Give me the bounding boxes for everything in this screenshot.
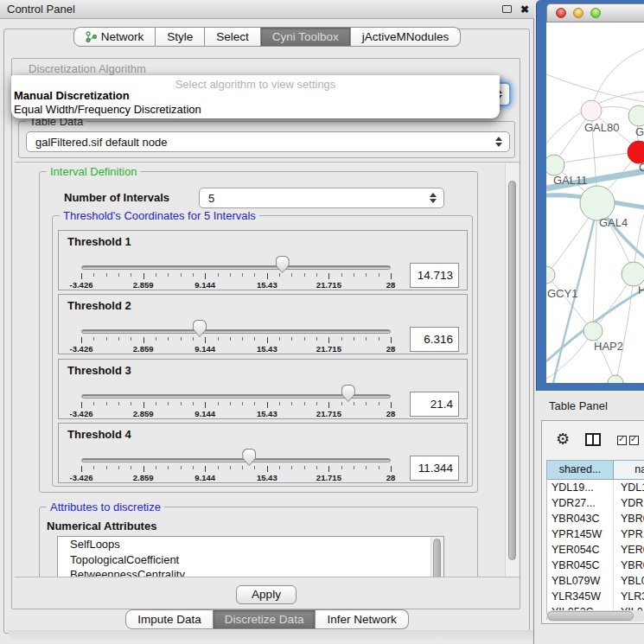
threshold-coordinates-group: Threshold's Coordinates for 5 Intervals … [52,215,473,487]
network-canvas[interactable]: GAL80 G C GAL11 GAL4 GCY1 H HAP2 [546,22,644,383]
cell-name: YBR0 [614,558,644,573]
tick-label: 21.715 [316,280,341,290]
threshold-2-slider-track[interactable] [81,329,391,334]
cell-name: YDR2 [614,495,644,511]
table-horizontal-scrollbar[interactable] [546,610,644,622]
tab-impute-data-label: Impute Data [137,613,201,626]
tick-mark [242,273,243,277]
column-header-name[interactable]: name [614,461,644,479]
tick-mark [316,466,317,469]
tab-cyni-toolbox[interactable]: Cyni Toolbox [261,27,351,47]
tick-mark [328,273,329,279]
tick-mark [93,273,94,277]
threshold-3-value-field[interactable]: 21.4 [410,392,459,417]
tab-impute-data[interactable]: Impute Data [125,609,214,629]
threshold-1-slider-track[interactable] [81,265,391,270]
minimize-traffic-light[interactable] [573,8,583,18]
threshold-coordinates-group-label: Threshold's Coordinates for 5 Intervals [60,209,259,222]
column-layout-icon[interactable] [585,433,601,446]
node-green-topright[interactable] [628,105,644,126]
node-gal11[interactable] [546,155,564,175]
tick-mark [254,337,255,341]
float-window-icon[interactable] [502,5,512,13]
tab-select[interactable]: Select [205,27,261,47]
table-row[interactable]: YBR045CYBR0 [547,558,644,573]
table-row[interactable]: YPR145WYPR1 [547,526,644,542]
attribute-list-item[interactable]: BetweennessCentrality [58,567,443,577]
zoom-traffic-light[interactable] [590,8,601,18]
cell-name: YBL0 [614,573,644,589]
threshold-1-value-field[interactable]: 14.713 [410,263,459,288]
node-gal4[interactable] [580,186,615,220]
table-row[interactable]: YDR27...YDR2 [547,495,644,511]
threshold-3-slider-thumb[interactable] [341,385,355,402]
tab-network[interactable]: Network [73,27,156,47]
tick-mark [205,466,206,472]
settings-vertical-scrollbar[interactable] [505,163,519,577]
tick-mark [304,273,305,277]
attributes-group-label: Attributes to discretize [47,501,164,513]
popup-option-equal-width-frequency[interactable]: Equal Width/Frequency Discretization [14,103,201,116]
close-icon[interactable]: ✖ [520,5,529,14]
node-hap2[interactable] [583,322,603,341]
tab-infer-network[interactable]: Infer Network [316,609,408,629]
settings-viewport: Interval Definition Number of Intervals … [15,162,520,577]
table-data-combobox[interactable]: galFiltered.sif default node [26,131,510,152]
scrollbar-thumb[interactable] [508,181,516,560]
threshold-4-value-field[interactable]: 11.344 [410,456,459,481]
threshold-2-slider-thumb[interactable] [193,320,207,337]
close-traffic-light[interactable] [556,8,566,18]
node-h[interactable] [622,262,644,286]
tick-mark [341,402,342,405]
tick-mark [354,273,354,277]
tick-mark [304,466,305,469]
column-header-shared-name[interactable]: shared... [547,461,614,479]
popup-option-manual-discretization[interactable]: Manual Discretization [14,89,130,102]
tab-style[interactable]: Style [156,27,205,47]
threshold-4-slider-thumb[interactable] [242,449,256,466]
table-rows: YDL19...YDL1YDR27...YDR2YBR043CYBR0YPR14… [546,480,644,620]
tick-label: 28 [386,280,396,290]
control-panel-tabs: Network Style Select Cyni Toolbox jActiv… [0,27,534,47]
tick-mark [118,466,119,469]
node-bottom-partial[interactable] [608,375,623,383]
scrollbar-thumb[interactable] [547,611,634,621]
tab-jactivemnodules[interactable]: jActiveMNodules [351,27,462,47]
node-pink[interactable] [581,100,602,121]
network-graph: GAL80 G C GAL11 GAL4 GCY1 H HAP2 [546,22,644,383]
table-row[interactable]: YBR043CYBR0 [547,511,644,526]
tab-discretize-data[interactable]: Discretize Data [214,609,316,629]
node-table: shared... name YDL19...YDL1YDR27...YDR2Y… [546,460,644,620]
attribute-list-item[interactable]: SelfLoops [58,537,443,552]
scrollbar-thumb[interactable] [433,539,441,577]
numerical-attributes-list[interactable]: SelfLoopsTopologicalCoefficientBetweenne… [57,536,444,577]
tick-mark [106,273,107,277]
tick-mark [267,466,268,472]
cell-shared-name: YLR345W [547,589,614,604]
tick-mark [156,402,156,405]
attributes-list-scrollbar[interactable] [430,537,443,577]
table-row[interactable]: YER054CYER0 [547,542,644,558]
threshold-4-slider-track[interactable] [81,458,391,462]
threshold-1-slider-thumb[interactable] [276,256,290,273]
table-row[interactable]: YBL079WYBL0 [547,573,644,589]
node-gcy1[interactable] [546,266,555,284]
tick-label: 21.715 [316,344,341,354]
apply-button[interactable]: Apply [236,585,296,604]
tick-label: 15.43 [257,409,277,418]
attribute-list-item[interactable]: TopologicalCoefficient [58,552,443,568]
checkbox-icon-2[interactable] [629,436,639,445]
tick-mark [304,337,305,341]
tick-mark [341,466,342,469]
cell-name: YLR3 [614,589,644,604]
gear-icon[interactable]: ⚙ [556,431,570,447]
checkbox-icon-1[interactable] [617,436,627,445]
tick-label: -3.426 [70,344,93,354]
number-of-intervals-combobox[interactable]: 5 [199,188,444,208]
tick-label: 9.144 [194,280,215,290]
table-row[interactable]: YLR345WYLR3 [547,589,644,604]
cell-shared-name: YBR043C [547,511,614,526]
table-row[interactable]: YDL19...YDL1 [547,480,644,495]
threshold-2-value-field[interactable]: 6.316 [410,327,459,352]
interval-definition-group-label: Interval Definition [47,165,140,178]
